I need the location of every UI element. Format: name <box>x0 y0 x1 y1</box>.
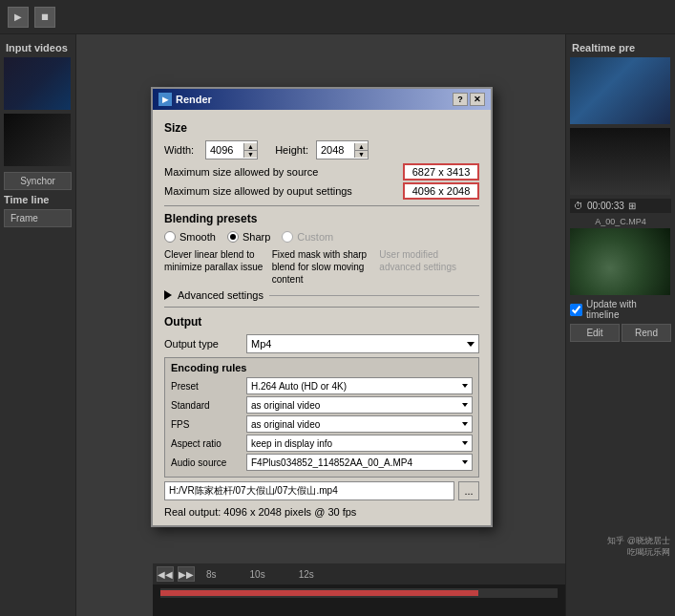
dialog-title: Render <box>176 94 212 105</box>
timestamp-bar: ⏱ 00:00:33 ⊞ <box>570 199 671 213</box>
standard-row: Standard as original video <box>171 396 473 414</box>
smooth-desc: Clever linear blend to minimize parallax… <box>164 248 264 286</box>
video-thumb-dark <box>4 114 71 166</box>
right-video-1 <box>570 57 670 124</box>
custom-desc: User modified advanced settings <box>379 248 479 286</box>
smooth-label: Smooth <box>179 231 216 243</box>
main-area: Input videos Synchor Time line Frame ▶ R… <box>0 34 675 616</box>
output-path-input[interactable]: H:/VR陈家桩杆/07大假山/07大假山.mp4 <box>164 481 454 500</box>
real-output-row: Real output: 4096 x 2048 pixels @ 30 fps <box>164 506 479 518</box>
width-down[interactable]: ▼ <box>244 151 257 158</box>
output-type-select[interactable]: Mp4 <box>246 334 479 353</box>
standard-select[interactable]: as original video <box>246 396 473 414</box>
blending-section-header: Blending presets <box>164 212 479 225</box>
width-label: Width: <box>164 144 198 156</box>
fps-select[interactable]: as original video <box>246 415 473 433</box>
fps-label: FPS <box>171 419 243 430</box>
output-path-row: H:/VR陈家桩杆/07大假山/07大假山.mp4 ... <box>164 481 479 500</box>
width-spinbox[interactable]: 4096 ▲ ▼ <box>205 140 258 159</box>
preset-select[interactable]: H.264 Auto (HD or 4K) <box>246 377 473 394</box>
render-dialog: ▶ Render ? ✕ Size Width: 4096 <box>151 87 493 527</box>
advanced-line <box>269 295 479 296</box>
browse-button[interactable]: ... <box>458 481 479 500</box>
preset-arrow <box>462 384 468 388</box>
sharp-radio-dot <box>230 234 236 240</box>
size-row: Width: 4096 ▲ ▼ Height: 2048 <box>164 140 479 159</box>
output-type-row: Output type Mp4 <box>164 334 479 353</box>
toolbar-btn-1[interactable]: ▶ <box>8 7 29 28</box>
advanced-toggle[interactable] <box>164 290 172 300</box>
edit-button[interactable]: Edit <box>570 324 620 342</box>
action-buttons: Edit Rend <box>570 324 671 342</box>
height-arrows: ▲ ▼ <box>354 143 368 158</box>
output-type-value: Mp4 <box>251 338 271 350</box>
toolbar-btn-2[interactable]: ⏹ <box>34 7 55 28</box>
titlebar-right: ? ✕ <box>453 93 485 106</box>
sharp-option[interactable]: Sharp <box>227 231 270 243</box>
output-section: Output Output type Mp4 Encoding rules <box>164 315 479 518</box>
custom-option[interactable]: Custom <box>282 231 333 243</box>
max-output-label: Maximum size allowed by ouput settings <box>164 185 352 197</box>
sharp-desc: Fixed mask with sharp blend for slow mov… <box>272 248 372 286</box>
dialog-overlay: ▶ Render ? ✕ Size Width: 4096 <box>76 34 565 616</box>
preset-row: Preset H.264 Auto (HD or 4K) <box>171 377 473 394</box>
right-video-2 <box>570 128 670 195</box>
timeline-bar: ◀◀ ▶▶ 8s 10s 12s <box>153 563 565 616</box>
height-down[interactable]: ▼ <box>355 151 368 158</box>
smooth-option[interactable]: Smooth <box>164 231 216 243</box>
tl-fwd-btn[interactable]: ▶▶ <box>178 566 195 582</box>
output-section-header: Output <box>164 315 479 329</box>
max-source-row: Maximum size allowed by source 6827 x 34… <box>164 163 479 181</box>
audio-select[interactable]: F4Plus034852_114852AA_00_A.MP4 <box>246 454 473 471</box>
tl-mark-8s: 8s <box>206 569 217 580</box>
render-button[interactable]: Rend <box>622 324 671 342</box>
tl-back-btn[interactable]: ◀◀ <box>157 566 174 582</box>
expand-icon[interactable]: ⊞ <box>628 201 636 211</box>
timeline-segment <box>160 590 478 596</box>
right-panel: Realtime pre ⏱ 00:00:33 ⊞ A_00_C.MP4 Upd… <box>565 34 675 616</box>
watermark-line1: 知乎 @晓烧居士 <box>607 535 670 547</box>
standard-value: as original video <box>251 400 320 411</box>
height-spinbox[interactable]: 2048 ▲ ▼ <box>316 140 369 159</box>
aspect-select[interactable]: keep in display info <box>246 435 473 452</box>
output-type-label: Output type <box>164 338 241 350</box>
aspect-arrow <box>462 441 468 445</box>
fps-row: FPS as original video <box>171 415 473 433</box>
aspect-label: Aspect ratio <box>171 438 243 449</box>
max-source-value: 6827 x 3413 <box>403 163 479 181</box>
timeline-track-area <box>153 584 565 616</box>
preset-value: H.264 Auto (HD or 4K) <box>251 381 347 392</box>
height-up[interactable]: ▲ <box>355 143 368 151</box>
width-up[interactable]: ▲ <box>244 143 257 151</box>
update-timeline-row: Update with timeline <box>570 299 671 320</box>
tl-mark-10s: 10s <box>250 569 265 580</box>
advanced-row: Advanced settings <box>164 289 479 301</box>
timeline-track <box>160 588 558 598</box>
close-button[interactable]: ✕ <box>470 93 485 106</box>
divider-1 <box>164 205 479 206</box>
smooth-radio[interactable] <box>164 231 176 243</box>
sharp-radio[interactable] <box>227 231 239 243</box>
input-video-thumb-2 <box>4 114 71 166</box>
timeline-ruler: 8s 10s 12s <box>199 569 561 580</box>
timestamp-icon: ⏱ <box>574 201 583 211</box>
dialog-body: Size Width: 4096 ▲ ▼ Height: 2048 <box>153 110 491 525</box>
frame-button[interactable]: Frame <box>4 209 72 227</box>
left-panel: Input videos Synchor Time line Frame <box>0 34 76 616</box>
timestamp-value: 00:00:33 <box>587 201 624 211</box>
timeline-controls: ◀◀ ▶▶ 8s 10s 12s <box>153 563 565 584</box>
max-source-label: Maximum size allowed by source <box>164 166 318 178</box>
sync-button[interactable]: Synchor <box>4 172 72 190</box>
blending-descriptions: Clever linear blend to minimize parallax… <box>164 248 479 286</box>
video-filename: A_00_C.MP4 <box>570 217 671 226</box>
custom-radio[interactable] <box>282 231 293 243</box>
video-thumb-blue <box>4 57 71 110</box>
blending-section: Blending presets Smooth Sharp <box>164 212 479 301</box>
height-label: Height: <box>265 144 308 156</box>
help-button[interactable]: ? <box>453 93 468 106</box>
input-videos-title: Input videos <box>4 38 72 57</box>
watermark-line2: 吃喝玩乐网 <box>607 546 670 559</box>
center-area: ▶ Render ? ✕ Size Width: 4096 <box>76 34 565 616</box>
audio-label: Audio source <box>171 457 243 468</box>
update-timeline-checkbox[interactable] <box>570 304 582 316</box>
